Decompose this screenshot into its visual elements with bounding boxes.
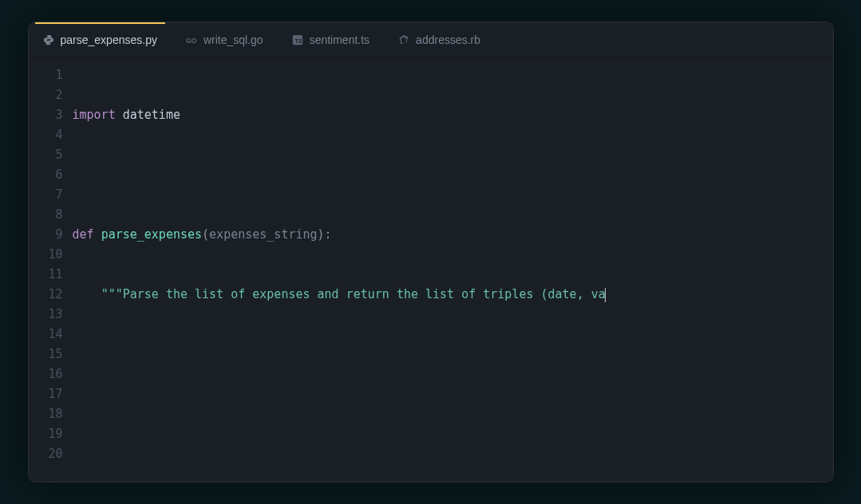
tab-parse-expenses[interactable]: parse_expenses.py [29, 22, 172, 57]
line-number: 19 [29, 424, 63, 444]
line-number: 4 [29, 125, 63, 145]
line-number: 16 [29, 364, 63, 384]
line-number: 10 [29, 245, 63, 265]
tab-label: parse_expenses.py [61, 33, 157, 46]
code-content[interactable]: import datetime def parse_expenses(expen… [73, 65, 833, 482]
code-area[interactable]: 1234567891011121314151617181920 import d… [29, 57, 833, 482]
tab-label: addresses.rb [416, 33, 480, 46]
line-number: 1 [29, 65, 63, 85]
code-line-2 [73, 165, 833, 185]
tab-label: write_sql.go [203, 33, 263, 46]
line-number: 14 [29, 325, 63, 345]
line-number: 7 [29, 185, 63, 205]
editor-window: parse_expenses.py GO write_sql.go TS sen… [28, 22, 834, 482]
code-line-4: """Parse the list of expenses and return… [73, 285, 833, 305]
code-line-6 [73, 404, 833, 424]
line-number: 5 [29, 145, 63, 165]
ruby-icon [398, 34, 409, 45]
line-number: 17 [29, 384, 63, 404]
tab-bar: parse_expenses.py GO write_sql.go TS sen… [29, 22, 833, 57]
svg-text:GO: GO [186, 36, 197, 44]
line-number: 2 [29, 85, 63, 105]
code-line-5 [73, 345, 833, 364]
line-number: 11 [29, 265, 63, 285]
code-line-3: def parse_expenses(expenses_string): [73, 225, 833, 245]
line-number: 3 [29, 105, 63, 125]
tab-sentiment[interactable]: TS sentiment.ts [278, 22, 384, 57]
code-line-7 [73, 464, 833, 482]
tab-write-sql[interactable]: GO write_sql.go [172, 22, 278, 57]
line-number: 12 [29, 285, 63, 305]
code-line-1: import datetime [73, 105, 833, 125]
svg-text:TS: TS [294, 37, 302, 43]
line-number: 8 [29, 205, 63, 225]
text-cursor [605, 288, 606, 302]
go-icon: GO [186, 34, 197, 45]
line-number: 9 [29, 225, 63, 245]
ts-icon: TS [292, 34, 303, 45]
line-number: 18 [29, 404, 63, 424]
line-number: 15 [29, 345, 63, 364]
python-icon [43, 34, 54, 45]
tab-addresses[interactable]: addresses.rb [384, 22, 495, 57]
line-gutter: 1234567891011121314151617181920 [29, 65, 73, 482]
line-number: 13 [29, 305, 63, 325]
line-number: 6 [29, 165, 63, 185]
line-number: 20 [29, 444, 63, 464]
tab-label: sentiment.ts [310, 33, 369, 46]
